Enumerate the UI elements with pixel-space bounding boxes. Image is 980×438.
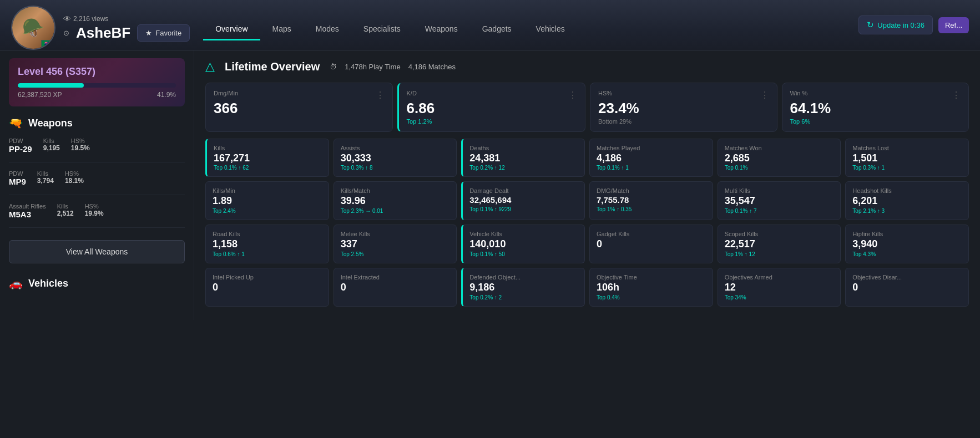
stat-defended-obj: Defended Object... 9,186 Top 0.2% ↑ 2 xyxy=(461,268,585,307)
tab-vehicles[interactable]: Vehicles xyxy=(524,20,577,40)
win-options-icon[interactable]: ⋮ xyxy=(952,90,961,100)
xp-bar-background xyxy=(18,83,176,88)
hs-options-icon[interactable]: ⋮ xyxy=(760,90,769,100)
kills-value: 2,512 xyxy=(57,210,74,217)
eye-icon: 👁 xyxy=(63,14,71,23)
stat-multi-kills: Multi Kills 35,547 Top 0.1% ↑ 7 xyxy=(718,181,841,220)
main-content: △ Lifetime Overview ⏱ 1,478h Play Time 4… xyxy=(194,50,980,320)
level-title: Level 456 (S357) xyxy=(18,66,176,78)
hs-sub: Bottom 29% xyxy=(598,118,769,125)
flag-badge: 🇦🇺 xyxy=(41,40,53,48)
dmgmin-label: Dmg/Min xyxy=(214,90,238,96)
hs-value: 19.5% xyxy=(71,144,90,152)
stat-matches-lost: Matches Lost 1,501 Top 0.3% ↑ 1 xyxy=(845,139,969,177)
kills-label: Kills xyxy=(37,170,54,177)
xp-bar-fill xyxy=(18,83,84,88)
vehicle-icon: 🚗 xyxy=(9,277,23,290)
stats-grid-row3: Road Kills 1,158 Top 0.6% ↑ 1 Melee Kill… xyxy=(205,225,969,263)
stat-deaths: Deaths 24,381 Top 0.2% ↑ 12 xyxy=(461,139,585,177)
kills-value: 9,195 xyxy=(43,144,60,152)
weapon-type-label: Assault Rifles xyxy=(9,203,46,210)
stat-kills-match: Kills/Match 39.96 Top 2.3% → 0.01 xyxy=(334,181,457,220)
weapons-section-title: Weapons xyxy=(28,118,73,129)
weapon-name: MP9 xyxy=(9,177,26,186)
weapon-type-label: PDW xyxy=(9,137,32,144)
stat-kills-min: Kills/Min 1.89 Top 2.4% xyxy=(205,181,329,220)
kd-label: K/D xyxy=(407,90,417,96)
dmgmin-options-icon[interactable]: ⋮ xyxy=(376,90,385,100)
stat-kills: Kills 167,271 Top 0.1% ↑ 62 xyxy=(205,139,329,177)
stat-obj-disarmed: Objectives Disar... 0 xyxy=(845,268,969,307)
stat-dmg-match: DMG/Match 7,755.78 Top 1% ↑ 0.35 xyxy=(589,181,713,220)
header: 🪖 🇦🇺 👁 2,216 views ⊙ AsheBF ★ Favorite xyxy=(0,0,980,50)
kd-options-icon[interactable]: ⋮ xyxy=(568,90,577,100)
dmgmin-value: 366 xyxy=(214,100,385,116)
win-sub: Top 6% xyxy=(790,118,961,125)
stat-gadget-kills: Gadget Kills 0 xyxy=(589,225,713,263)
stat-card-dmgmin: Dmg/Min ⋮ 366 xyxy=(205,83,393,132)
level-card: Level 456 (S357) 62,387,520 XP 41.9% xyxy=(9,58,185,106)
xp-row: 62,387,520 XP 41.9% xyxy=(18,91,176,99)
clock-icon: ⏱ xyxy=(330,63,337,71)
stat-melee-kills: Melee Kills 337 Top 2.5% xyxy=(334,225,457,263)
tab-overview[interactable]: Overview xyxy=(203,20,260,40)
playtime: 1,478h Play Time xyxy=(345,63,400,71)
season-label: (S357) xyxy=(65,66,95,77)
platform-icon: ⊙ xyxy=(63,29,69,37)
stat-intel-extracted: Intel Extracted 0 xyxy=(334,268,457,307)
tab-specialists[interactable]: Specialists xyxy=(351,20,413,40)
stats-grid-row1: Kills 167,271 Top 0.1% ↑ 62 Assists 30,3… xyxy=(205,139,969,177)
star-icon: ★ xyxy=(145,29,152,37)
stat-assists: Assists 30,333 Top 0.3% ↑ 8 xyxy=(334,139,457,177)
hs-label: HS% xyxy=(65,170,84,177)
stats-grid-row4: Intel Picked Up 0 Intel Extracted 0 Defe… xyxy=(205,268,969,307)
weapon-name: M5A3 xyxy=(9,210,46,219)
stat-matches-played: Matches Played 4,186 Top 0.1% ↑ 1 xyxy=(589,139,713,177)
xp-percent: 41.9% xyxy=(157,91,176,99)
stat-road-kills: Road Kills 1,158 Top 0.6% ↑ 1 xyxy=(205,225,329,263)
stat-hipfire-kills: Hipfire Kills 3,940 Top 4.3% xyxy=(845,225,969,263)
nav-tabs: Overview Maps Modes Specialists Weapons … xyxy=(203,16,577,40)
tab-maps[interactable]: Maps xyxy=(260,20,304,40)
matches-count: 4,186 Matches xyxy=(408,63,456,71)
weapon-item-pp29: PDW PP-29 Kills 9,195 HS% 19.5% xyxy=(9,137,185,162)
weapon-item-mp9: PDW MP9 Kills 3,794 HS% 18.1% xyxy=(9,170,185,195)
hs-label: HS% xyxy=(85,203,104,210)
view-all-weapons-button[interactable]: View All Weapons xyxy=(9,240,185,263)
weapon-item-m5a3: Assault Rifles M5A3 Kills 2,512 HS% 19.9… xyxy=(9,203,185,228)
stat-card-win: Win % ⋮ 64.1% Top 6% xyxy=(782,83,969,132)
stat-card-hs: HS% ⋮ 23.4% Bottom 29% xyxy=(590,83,777,132)
tab-modes[interactable]: Modes xyxy=(304,20,351,40)
stat-vehicle-kills: Vehicle Kills 140,010 Top 0.1% ↑ 50 xyxy=(461,225,585,263)
sidebar: Level 456 (S357) 62,387,520 XP 41.9% 🔫 W… xyxy=(0,50,194,320)
kd-value: 6.86 xyxy=(407,100,578,116)
update-button[interactable]: ↻ Update in 0:36 xyxy=(858,16,933,34)
refresh-button[interactable]: Ref... xyxy=(938,17,969,33)
hs-value: 23.4% xyxy=(598,100,769,116)
lifetime-header: △ Lifetime Overview ⏱ 1,478h Play Time 4… xyxy=(205,59,969,74)
lifetime-meta: ⏱ 1,478h Play Time 4,186 Matches xyxy=(330,63,456,71)
lifetime-icon: △ xyxy=(205,59,215,74)
tab-weapons[interactable]: Weapons xyxy=(413,20,470,40)
stat-cards-row: Dmg/Min ⋮ 366 K/D ⋮ 6.86 Top 1.2% HS% ⋮ … xyxy=(205,83,969,132)
vehicles-section-header: 🚗 Vehicles xyxy=(9,277,185,290)
weapon-type-label: PDW xyxy=(9,170,26,177)
hs-value: 18.1% xyxy=(65,177,84,185)
win-label: Win % xyxy=(790,90,808,96)
favorite-button[interactable]: ★ Favorite xyxy=(137,24,190,42)
win-value: 64.1% xyxy=(790,100,961,116)
kills-label: Kills xyxy=(43,137,60,144)
stat-obj-time: Objective Time 106h Top 0.4% xyxy=(589,268,713,307)
stat-scoped-kills: Scoped Kills 22,517 Top 1% ↑ 12 xyxy=(718,225,841,263)
stat-damage-dealt: Damage Dealt 32,465,694 Top 0.1% ↑ 9229 xyxy=(461,181,585,220)
tab-gadgets[interactable]: Gadgets xyxy=(470,20,524,40)
main-layout: Level 456 (S357) 62,387,520 XP 41.9% 🔫 W… xyxy=(0,50,980,320)
weapon-name: PP-29 xyxy=(9,144,32,154)
lifetime-title: Lifetime Overview xyxy=(225,60,320,73)
stats-grid-row2: Kills/Min 1.89 Top 2.4% Kills/Match 39.9… xyxy=(205,181,969,220)
refresh-icon: ↻ xyxy=(867,20,874,30)
stat-headshot-kills: Headshot Kills 6,201 Top 2.1% ↑ 3 xyxy=(845,181,969,220)
weapon-icon: 🔫 xyxy=(9,116,23,130)
stat-card-kd: K/D ⋮ 6.86 Top 1.2% xyxy=(397,83,586,132)
username: AsheBF xyxy=(76,25,130,41)
